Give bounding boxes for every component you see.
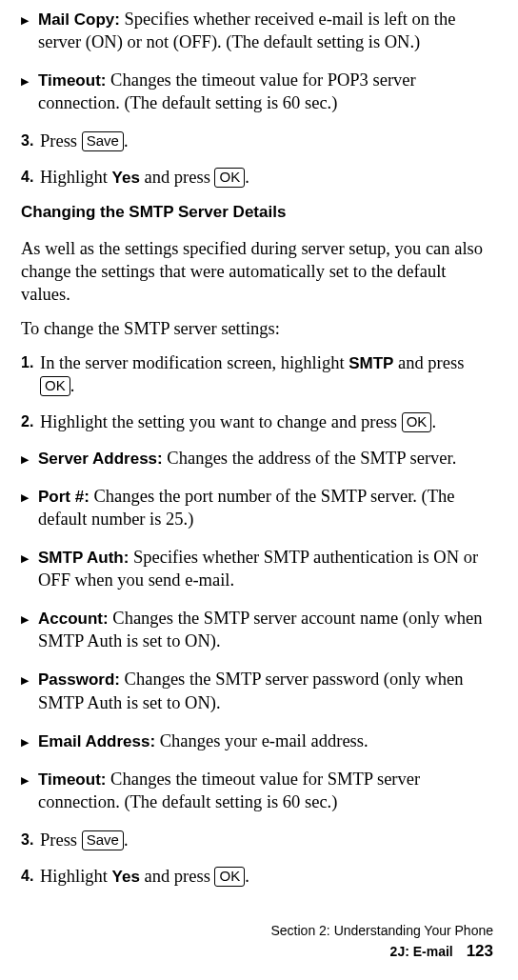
step-strong-term: Yes	[112, 169, 140, 187]
bullet-item: ▶Account: Changes the SMTP server accoun…	[21, 607, 497, 652]
bullet-rest: Changes the address of the SMTP server.	[163, 449, 457, 468]
bullet-term: Port #:	[38, 488, 90, 506]
triangle-bullet-icon: ▶	[21, 8, 38, 53]
bullet-body: Server Address: Changes the address of t…	[38, 447, 488, 470]
numbered-step: 2.Highlight the setting you want to chan…	[21, 410, 497, 433]
step-text-pre: Press	[40, 131, 82, 150]
bullet-term: Email Address:	[38, 732, 155, 750]
triangle-bullet-icon: ▶	[21, 485, 38, 530]
step-text-mid: and press	[140, 867, 215, 886]
triangle-bullet-icon: ▶	[21, 447, 38, 470]
bullet-item: ▶SMTP Auth: Specifies whether SMTP authe…	[21, 546, 497, 591]
bullet-item: ▶Server Address: Changes the address of …	[21, 447, 497, 470]
triangle-bullet-icon: ▶	[21, 668, 38, 713]
step-text-post: .	[245, 867, 249, 886]
step-text-pre: Highlight	[40, 867, 112, 886]
page-number: 123	[467, 942, 493, 960]
bullet-rest: Changes the port number of the SMTP serv…	[38, 487, 454, 529]
bullet-term: Password:	[38, 670, 120, 689]
step-number: 4.	[21, 865, 40, 888]
step-text-post: .	[431, 412, 436, 431]
triangle-bullet-icon: ▶	[21, 730, 38, 752]
bullet-body: Email Address: Changes your e-mail addre…	[38, 730, 488, 752]
triangle-bullet-icon: ▶	[21, 69, 38, 114]
key-button-label: OK	[40, 376, 70, 396]
step-text-pre: Highlight	[40, 168, 112, 187]
step-text-pre: Press	[40, 830, 82, 850]
numbered-step: 4.Highlight Yes and press OK.	[21, 166, 497, 189]
key-button-label: Save	[82, 131, 124, 151]
step-strong-term: SMTP	[349, 354, 393, 372]
bullet-body: Mail Copy: Specifies whether received e-…	[38, 8, 488, 53]
numbered-step: 3.Press Save.	[21, 130, 497, 152]
paragraph: As well as the settings specified during…	[21, 237, 497, 306]
bullet-body: Timeout: Changes the timeout value for S…	[38, 768, 488, 813]
key-button-label: OK	[402, 412, 432, 432]
bullet-body: SMTP Auth: Specifies whether SMTP authen…	[38, 546, 488, 591]
section-heading: Changing the SMTP Server Details	[21, 202, 497, 223]
triangle-bullet-icon: ▶	[21, 607, 38, 652]
key-button-label: Save	[82, 830, 124, 850]
step-body: Highlight Yes and press OK.	[40, 166, 488, 189]
step-text-post: .	[124, 131, 129, 150]
footer-section-line: Section 2: Understanding Your Phone	[270, 922, 493, 941]
bullet-item: ▶Timeout: Changes the timeout value for …	[21, 69, 497, 114]
step-body: Highlight the setting you want to change…	[40, 410, 488, 433]
bullet-item: ▶Mail Copy: Specifies whether received e…	[21, 8, 497, 53]
triangle-bullet-icon: ▶	[21, 546, 38, 591]
page-content: ▶Mail Copy: Specifies whether received e…	[21, 8, 497, 888]
step-body: Press Save.	[40, 130, 488, 152]
footer-chapter-line: 2J: E-mail 123	[270, 940, 493, 963]
paragraph: To change the SMTP server settings:	[21, 317, 497, 340]
bullet-term: Timeout:	[38, 71, 106, 90]
step-number: 3.	[21, 130, 40, 152]
bullet-term: Account:	[38, 610, 109, 628]
step-text-post: .	[245, 168, 249, 187]
step-number: 4.	[21, 166, 40, 189]
step-body: Highlight Yes and press OK.	[40, 865, 488, 888]
bullet-item: ▶Password: Changes the SMTP server passw…	[21, 668, 497, 713]
step-body: In the server modification screen, highl…	[40, 351, 488, 397]
step-text-post: .	[70, 376, 75, 395]
step-text-pre: In the server modification screen, highl…	[40, 353, 349, 372]
bullet-term: Mail Copy:	[38, 10, 120, 29]
bullet-body: Port #: Changes the port number of the S…	[38, 485, 488, 530]
step-body: Press Save.	[40, 829, 488, 851]
page-footer: Section 2: Understanding Your Phone 2J: …	[270, 922, 493, 963]
bullet-rest: Changes your e-mail address.	[155, 731, 368, 750]
step-text-pre: Highlight the setting you want to change…	[40, 412, 402, 431]
triangle-bullet-icon: ▶	[21, 768, 38, 813]
step-text-post: .	[124, 830, 129, 850]
step-number: 1.	[21, 351, 40, 397]
bullet-term: SMTP Auth:	[38, 549, 129, 567]
bullet-body: Password: Changes the SMTP server passwo…	[38, 668, 488, 713]
bullet-term: Timeout:	[38, 770, 106, 789]
step-text-mid: and press	[140, 168, 215, 187]
bullet-body: Account: Changes the SMTP server account…	[38, 607, 488, 652]
numbered-step: 1.In the server modification screen, hig…	[21, 351, 497, 397]
bullet-item: ▶Email Address: Changes your e-mail addr…	[21, 730, 497, 752]
numbered-step: 3.Press Save.	[21, 829, 497, 851]
numbered-step: 4.Highlight Yes and press OK.	[21, 865, 497, 888]
key-button-label: OK	[214, 168, 245, 188]
bullet-item: ▶Port #: Changes the port number of the …	[21, 485, 497, 530]
bullet-body: Timeout: Changes the timeout value for P…	[38, 69, 488, 114]
bullet-item: ▶Timeout: Changes the timeout value for …	[21, 768, 497, 813]
step-number: 3.	[21, 829, 40, 851]
step-strong-term: Yes	[112, 868, 140, 886]
bullet-term: Server Address:	[38, 450, 163, 468]
step-text-mid: and press	[393, 353, 464, 372]
key-button-label: OK	[214, 867, 245, 887]
step-number: 2.	[21, 410, 40, 433]
footer-chapter-label: 2J: E-mail	[390, 944, 453, 959]
